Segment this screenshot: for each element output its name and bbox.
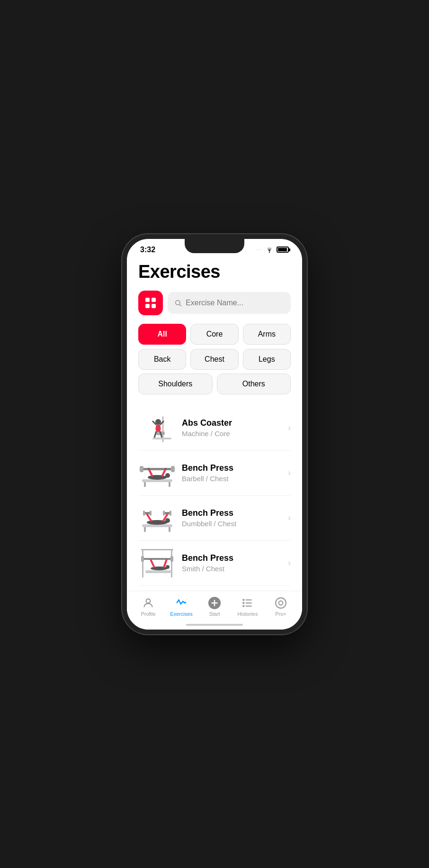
exercises-icon	[175, 596, 188, 610]
nav-item-start[interactable]: Start	[198, 596, 231, 617]
nav-item-profile[interactable]: Profile	[132, 596, 165, 617]
exercise-sub-abs-coaster: Machine / Core	[182, 429, 282, 438]
exercise-item-abs-coaster[interactable]: Abs Coaster Machine / Core ›	[138, 406, 291, 451]
nav-item-histories[interactable]: Histories	[231, 596, 264, 617]
exercise-name-bench-press-smith: Bench Press	[182, 553, 282, 563]
filter-legs-button[interactable]: Legs	[243, 349, 291, 370]
phone-screen: 3:32 ··· Exercises	[127, 239, 302, 630]
svg-rect-30	[142, 549, 143, 577]
nav-item-exercises[interactable]: Exercises	[165, 596, 198, 617]
exercise-name-abs-coaster: Abs Coaster	[182, 418, 282, 428]
grid-view-button[interactable]	[138, 291, 163, 315]
svg-rect-20	[144, 527, 146, 532]
svg-rect-2	[152, 298, 156, 302]
search-input[interactable]	[186, 299, 284, 307]
svg-line-6	[179, 304, 181, 306]
nav-label-profile: Profile	[141, 611, 155, 617]
svg-rect-36	[145, 570, 171, 573]
svg-rect-15	[140, 466, 143, 472]
search-icon	[174, 299, 182, 307]
filter-grid-row2: Shoulders Others	[138, 374, 291, 394]
histories-icon	[241, 596, 254, 610]
svg-rect-33	[142, 558, 172, 560]
exercise-img-bench-press-dumbbell	[138, 502, 176, 535]
svg-point-17	[148, 475, 167, 480]
svg-point-18	[165, 473, 170, 478]
filter-chest-button[interactable]: Chest	[190, 349, 238, 370]
svg-point-0	[269, 252, 270, 253]
filter-grid-row1: All Core Arms Back Chest Legs	[138, 324, 291, 370]
svg-point-37	[151, 566, 168, 570]
svg-rect-8	[152, 438, 171, 439]
grid-icon	[144, 296, 157, 310]
exercise-name-bench-press-dumbbell: Bench Press	[182, 508, 282, 518]
exercise-item-bench-press-barbell[interactable]: Bench Press Barbell / Chest ›	[138, 451, 291, 496]
exercise-info-bench-press-barbell: Bench Press Barbell / Chest	[182, 463, 282, 483]
svg-rect-31	[171, 549, 172, 577]
svg-rect-32	[141, 549, 173, 550]
svg-rect-1	[145, 298, 150, 302]
wifi-icon	[265, 247, 274, 253]
chevron-right-icon-3: ›	[288, 513, 291, 523]
start-icon	[208, 596, 221, 610]
svg-point-38	[166, 565, 170, 569]
search-box	[168, 292, 291, 314]
svg-rect-21	[169, 527, 170, 532]
filter-core-button[interactable]: Core	[190, 324, 238, 345]
chevron-right-icon-4: ›	[288, 558, 291, 568]
profile-icon	[142, 596, 155, 610]
battery-icon	[277, 247, 289, 253]
nav-label-start: Start	[209, 611, 220, 617]
phone-frame: 3:32 ··· Exercises	[122, 234, 307, 634]
signal-dots-icon: ···	[256, 247, 262, 252]
svg-point-45	[146, 599, 151, 603]
exercise-sub-bench-press-smith: Smith / Chest	[182, 565, 282, 573]
exercise-item-bench-press-dumbbell[interactable]: Bench Press Dumbbell / Chest ›	[138, 496, 291, 541]
filter-arms-button[interactable]: Arms	[243, 324, 291, 345]
exercise-img-abs-coaster	[138, 411, 176, 445]
filter-shoulders-button[interactable]: Shoulders	[138, 374, 213, 394]
exercise-info-bench-press-smith: Bench Press Smith / Chest	[182, 553, 282, 573]
exercise-sub-bench-press-barbell: Barbell / Chest	[182, 475, 282, 483]
svg-point-28	[147, 520, 168, 525]
svg-point-29	[165, 518, 170, 523]
exercise-info-abs-coaster: Abs Coaster Machine / Core	[182, 418, 282, 438]
exercise-item-bench-press-smith[interactable]: Bench Press Smith / Chest ›	[138, 541, 291, 586]
svg-point-56	[279, 601, 283, 605]
exercise-sub-bench-press-dumbbell: Dumbbell / Chest	[182, 520, 282, 528]
svg-point-54	[243, 605, 244, 606]
svg-rect-26	[163, 511, 165, 516]
exercise-img-bench-press-smith	[138, 547, 176, 580]
nav-label-histories: Histories	[238, 611, 258, 617]
svg-rect-35	[170, 556, 173, 562]
exercise-name-bench-press-barbell: Bench Press	[182, 463, 282, 473]
status-time: 3:32	[140, 246, 155, 254]
notch	[185, 239, 244, 253]
svg-rect-3	[145, 304, 150, 308]
svg-rect-4	[152, 304, 156, 308]
svg-rect-25	[150, 511, 152, 516]
svg-point-52	[243, 599, 244, 600]
filter-back-button[interactable]: Back	[138, 349, 186, 370]
svg-point-55	[276, 598, 286, 608]
search-row	[138, 291, 291, 315]
svg-point-53	[243, 602, 244, 603]
filter-all-button[interactable]: All	[138, 324, 186, 345]
svg-rect-34	[141, 556, 144, 562]
chevron-right-icon-2: ›	[288, 468, 291, 478]
scroll-content[interactable]: Exercises	[127, 257, 302, 630]
filter-others-button[interactable]: Others	[217, 374, 291, 394]
svg-rect-27	[170, 511, 171, 516]
svg-rect-16	[171, 466, 175, 472]
svg-rect-24	[143, 511, 145, 516]
nav-label-pro: Pro+	[275, 611, 286, 617]
home-indicator	[186, 624, 243, 626]
status-icons: ···	[256, 247, 289, 253]
svg-point-5	[176, 300, 180, 304]
svg-rect-14	[141, 468, 174, 470]
svg-rect-12	[144, 482, 146, 487]
exercise-img-bench-press-barbell	[138, 457, 176, 490]
pro-icon	[274, 596, 287, 610]
nav-item-pro[interactable]: Pro+	[264, 596, 297, 617]
chevron-right-icon: ›	[288, 423, 291, 433]
